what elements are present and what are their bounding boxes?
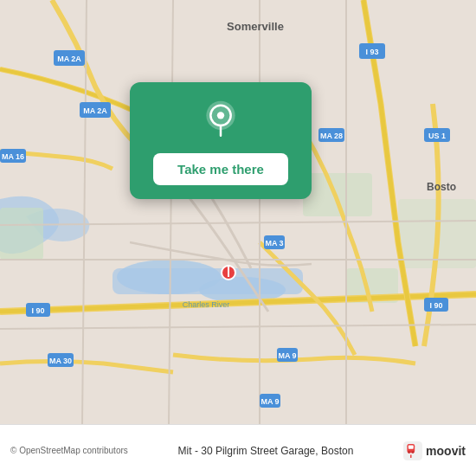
svg-text:Charles River: Charles River	[183, 300, 230, 309]
take-me-there-button[interactable]: Take me there	[153, 153, 288, 185]
svg-text:MA 2A: MA 2A	[57, 55, 81, 63]
svg-rect-48	[408, 445, 414, 448]
svg-text:MA 16: MA 16	[2, 152, 24, 161]
svg-text:US 1: US 1	[428, 132, 446, 140]
svg-text:MA 2A: MA 2A	[83, 106, 107, 115]
svg-rect-3	[113, 268, 303, 294]
location-card: Take me there	[130, 82, 312, 199]
map-pin-icon	[199, 100, 242, 143]
svg-rect-5	[303, 173, 372, 216]
map-attribution: © OpenStreetMap contributors	[10, 446, 128, 455]
svg-text:I 93: I 93	[365, 48, 378, 56]
svg-text:MA 9: MA 9	[278, 351, 296, 360]
svg-point-49	[408, 451, 410, 453]
place-label: Mit - 30 Pilgrim Street Garage, Boston	[128, 445, 403, 457]
svg-text:I 90: I 90	[31, 306, 44, 315]
svg-point-45	[217, 112, 224, 119]
svg-text:MA 28: MA 28	[320, 132, 343, 140]
map-container: MA 2A MA 2A I 93 I 90 I 90 US 1 MA 28 MA…	[0, 0, 476, 424]
svg-text:Bosto: Bosto	[427, 181, 456, 193]
svg-text:MA 30: MA 30	[49, 357, 72, 365]
svg-text:MA 9: MA 9	[261, 397, 279, 406]
moovit-logo: moovit	[403, 441, 466, 460]
svg-rect-4	[0, 208, 43, 260]
svg-point-50	[412, 451, 415, 453]
svg-text:Somerville: Somerville	[227, 20, 284, 33]
moovit-text: moovit	[426, 444, 466, 458]
moovit-icon	[403, 441, 422, 460]
svg-text:I 90: I 90	[429, 301, 442, 310]
svg-text:MA 3: MA 3	[265, 239, 283, 248]
map-background: MA 2A MA 2A I 93 I 90 I 90 US 1 MA 28 MA…	[0, 0, 476, 424]
bottom-bar: © OpenStreetMap contributors Mit - 30 Pi…	[0, 424, 476, 476]
